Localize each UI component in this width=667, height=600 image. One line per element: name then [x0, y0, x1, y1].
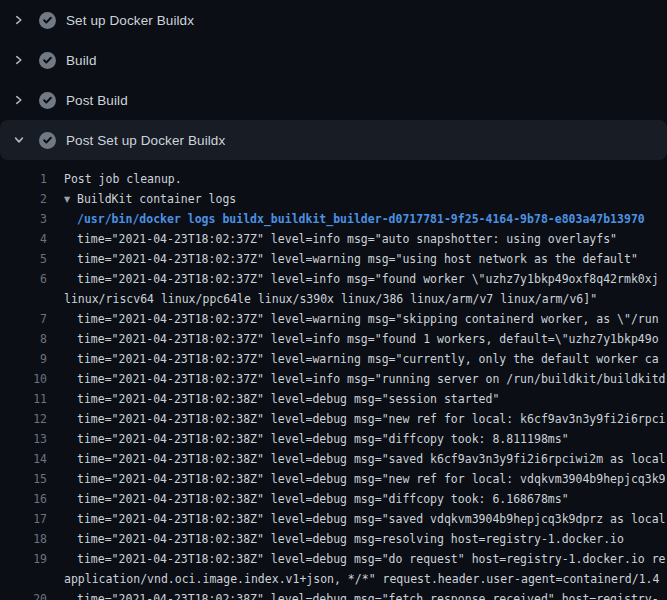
log-line: 10 time="2021-04-23T18:02:37Z" level=inf… [0, 369, 667, 389]
line-number-link[interactable]: 13 [0, 432, 47, 446]
line-number-link[interactable]: 11 [0, 392, 47, 406]
log-text: /usr/bin/docker logs buildx_buildkit_bui… [77, 212, 645, 226]
log-text: time="2021-04-23T18:02:38Z" level=debug … [77, 512, 666, 526]
line-number-link[interactable]: 10 [0, 372, 47, 386]
step-label: Post Build [66, 93, 128, 108]
log-text: time="2021-04-23T18:02:38Z" level=debug … [77, 532, 624, 546]
line-number-link[interactable]: 17 [0, 512, 47, 526]
log-line: 11 time="2021-04-23T18:02:38Z" level=deb… [0, 389, 667, 409]
line-number-link[interactable]: 19 [0, 552, 47, 566]
log-text: time="2021-04-23T18:02:37Z" level=info m… [77, 332, 659, 346]
step-header[interactable]: Post Build [0, 80, 667, 120]
chevron-right-icon [12, 53, 26, 67]
log-line: linux/riscv64 linux/ppc64le linux/s390x … [0, 289, 667, 309]
log-line: 3 /usr/bin/docker logs buildx_buildkit_b… [0, 209, 667, 229]
log-text: Post job cleanup. [64, 172, 182, 186]
log-text: time="2021-04-23T18:02:37Z" level=info m… [77, 272, 659, 286]
log-line: 12 time="2021-04-23T18:02:38Z" level=deb… [0, 409, 667, 429]
log-line: 14 time="2021-04-23T18:02:38Z" level=deb… [0, 449, 667, 469]
log-text: time="2021-04-23T18:02:37Z" level=warnin… [77, 312, 659, 326]
log-text: time="2021-04-23T18:02:38Z" level=debug … [77, 552, 666, 566]
steps-list: Set up Docker Buildx Build Post Build Po… [0, 0, 667, 160]
log-text: time="2021-04-23T18:02:38Z" level=debug … [77, 592, 659, 600]
line-number-link[interactable]: 8 [0, 332, 47, 346]
log-text: time="2021-04-23T18:02:38Z" level=debug … [77, 432, 569, 446]
line-number-link[interactable]: 2 [0, 192, 47, 206]
log-line: application/vnd.oci.image.index.v1+json,… [0, 569, 667, 589]
step-header[interactable]: Set up Docker Buildx [0, 0, 667, 40]
log-line: 17 time="2021-04-23T18:02:38Z" level=deb… [0, 509, 667, 529]
actions-log-panel: Set up Docker Buildx Build Post Build Po… [0, 0, 667, 600]
log-text: linux/riscv64 linux/ppc64le linux/s390x … [64, 292, 597, 306]
log-text: time="2021-04-23T18:02:38Z" level=debug … [77, 452, 666, 466]
log-line: 13 time="2021-04-23T18:02:38Z" level=deb… [0, 429, 667, 449]
line-number-link[interactable]: 15 [0, 472, 47, 486]
group-toggle-icon[interactable]: ▼ [64, 195, 77, 204]
step-label: Set up Docker Buildx [66, 13, 194, 28]
log-text: time="2021-04-23T18:02:38Z" level=debug … [77, 492, 569, 506]
log-line: 1 Post job cleanup. [0, 169, 667, 189]
line-number-link[interactable]: 16 [0, 492, 47, 506]
step-header[interactable]: Build [0, 40, 667, 80]
step-label: Build [66, 53, 97, 68]
log-line: 5 time="2021-04-23T18:02:37Z" level=warn… [0, 249, 667, 269]
line-number-link[interactable]: 7 [0, 312, 47, 326]
line-number-link[interactable]: 14 [0, 452, 47, 466]
log-text: time="2021-04-23T18:02:37Z" level=warnin… [77, 352, 659, 366]
log-text: BuildKit container logs [77, 192, 236, 206]
check-circle-icon [39, 132, 56, 149]
log-text: time="2021-04-23T18:02:38Z" level=debug … [77, 472, 666, 486]
log-line: 19 time="2021-04-23T18:02:38Z" level=deb… [0, 549, 667, 569]
log-text: time="2021-04-23T18:02:37Z" level=warnin… [77, 252, 638, 266]
line-number-link[interactable]: 18 [0, 532, 47, 546]
log-text: time="2021-04-23T18:02:37Z" level=info m… [77, 232, 617, 246]
log-line: 8 time="2021-04-23T18:02:37Z" level=info… [0, 329, 667, 349]
chevron-right-icon [12, 13, 26, 27]
log-text: time="2021-04-23T18:02:37Z" level=info m… [77, 372, 666, 386]
line-number-link[interactable]: 12 [0, 412, 47, 426]
check-circle-icon [39, 12, 56, 29]
log-line: 4 time="2021-04-23T18:02:37Z" level=info… [0, 229, 667, 249]
log-line: 7 time="2021-04-23T18:02:37Z" level=warn… [0, 309, 667, 329]
check-circle-icon [39, 92, 56, 109]
log-line: 16 time="2021-04-23T18:02:38Z" level=deb… [0, 489, 667, 509]
line-number-link[interactable]: 6 [0, 272, 47, 286]
chevron-right-icon [12, 93, 26, 107]
log-text: time="2021-04-23T18:02:38Z" level=debug … [77, 412, 666, 426]
chevron-down-icon [12, 133, 26, 147]
line-number-link[interactable]: 20 [0, 592, 47, 600]
line-number-link[interactable]: 1 [0, 172, 47, 186]
log-line: 9 time="2021-04-23T18:02:37Z" level=warn… [0, 349, 667, 369]
line-number-link[interactable]: 5 [0, 252, 47, 266]
step-header[interactable]: Post Set up Docker Buildx [0, 120, 667, 160]
check-circle-icon [39, 52, 56, 69]
log-line: 15 time="2021-04-23T18:02:38Z" level=deb… [0, 469, 667, 489]
log-line: 20 time="2021-04-23T18:02:38Z" level=deb… [0, 589, 667, 600]
log-line: 2 ▼ BuildKit container logs [0, 189, 667, 209]
log-text: application/vnd.oci.image.index.v1+json,… [64, 572, 659, 586]
step-label: Post Set up Docker Buildx [66, 133, 225, 148]
line-number-link[interactable]: 3 [0, 212, 47, 226]
line-number-link[interactable]: 4 [0, 232, 47, 246]
log-line: 18 time="2021-04-23T18:02:38Z" level=deb… [0, 529, 667, 549]
log-text: time="2021-04-23T18:02:38Z" level=debug … [77, 392, 499, 406]
log-viewer: 1 Post job cleanup. 2 ▼ BuildKit contain… [0, 160, 667, 600]
line-number-link[interactable]: 9 [0, 352, 47, 366]
log-line: 6 time="2021-04-23T18:02:37Z" level=info… [0, 269, 667, 289]
